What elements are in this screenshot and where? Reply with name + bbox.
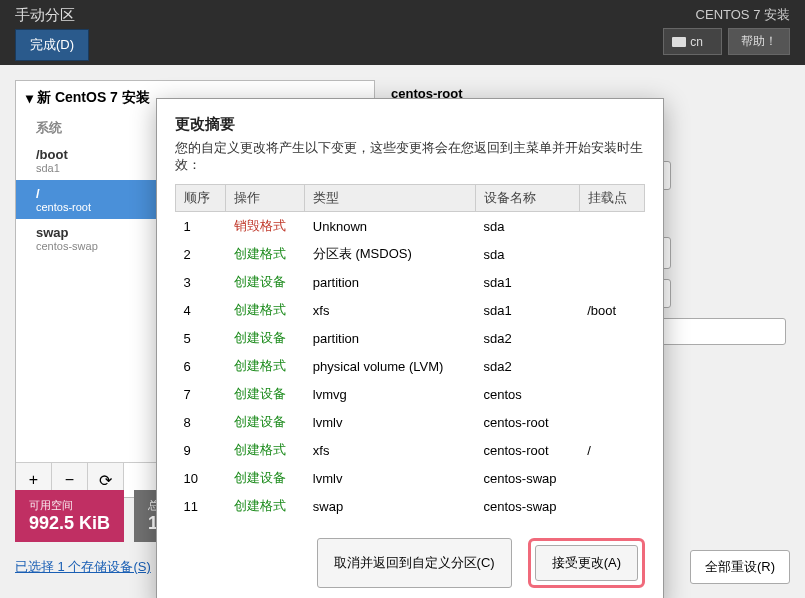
cell-device: centos (476, 380, 580, 408)
cell-operation: 创建格式 (226, 492, 305, 520)
cell-order: 1 (176, 212, 226, 241)
table-row[interactable]: 6创建格式physical volume (LVM)sda2 (176, 352, 645, 380)
cell-operation: 创建格式 (226, 436, 305, 464)
cell-type: xfs (305, 436, 476, 464)
col-device[interactable]: 设备名称 (476, 185, 580, 212)
cell-type: 分区表 (MSDOS) (305, 240, 476, 268)
cell-mountpoint (579, 408, 644, 436)
cell-mountpoint: /boot (579, 296, 644, 324)
accept-changes-button[interactable]: 接受更改(A) (535, 545, 638, 581)
cell-type: physical volume (LVM) (305, 352, 476, 380)
cell-type: lvmlv (305, 464, 476, 492)
cell-operation: 创建设备 (226, 380, 305, 408)
cell-order: 9 (176, 436, 226, 464)
col-operation[interactable]: 操作 (226, 185, 305, 212)
cell-type: Unknown (305, 212, 476, 241)
cell-operation: 创建格式 (226, 296, 305, 324)
cell-device: sda (476, 240, 580, 268)
summary-dialog: 更改摘要 您的自定义更改将产生以下变更，这些变更将会在您返回到主菜单并开始安装时… (156, 98, 664, 598)
cell-device: centos-root (476, 436, 580, 464)
col-type[interactable]: 类型 (305, 185, 476, 212)
col-mountpoint[interactable]: 挂载点 (579, 185, 644, 212)
cell-mountpoint (579, 268, 644, 296)
cell-operation: 创建设备 (226, 408, 305, 436)
table-row[interactable]: 2创建格式分区表 (MSDOS)sda (176, 240, 645, 268)
cell-operation: 创建设备 (226, 268, 305, 296)
cell-device: sda2 (476, 324, 580, 352)
cell-order: 2 (176, 240, 226, 268)
cancel-button[interactable]: 取消并返回到自定义分区(C) (317, 538, 512, 588)
cell-mountpoint (579, 240, 644, 268)
cell-order: 3 (176, 268, 226, 296)
cell-device: sda2 (476, 352, 580, 380)
dialog-title: 更改摘要 (175, 115, 645, 134)
cell-operation: 创建格式 (226, 240, 305, 268)
cell-order: 11 (176, 492, 226, 520)
cell-device: sda1 (476, 268, 580, 296)
cell-mountpoint (579, 464, 644, 492)
cell-device: centos-swap (476, 464, 580, 492)
cell-type: lvmlv (305, 408, 476, 436)
cell-type: partition (305, 268, 476, 296)
cell-device: sda (476, 212, 580, 241)
col-order[interactable]: 顺序 (176, 185, 226, 212)
cell-operation: 创建格式 (226, 352, 305, 380)
changes-table: 顺序 操作 类型 设备名称 挂载点 1销毁格式Unknownsda2创建格式分区… (175, 184, 645, 520)
table-row[interactable]: 9创建格式xfscentos-root/ (176, 436, 645, 464)
cell-order: 10 (176, 464, 226, 492)
cell-operation: 销毁格式 (226, 212, 305, 241)
cell-operation: 创建设备 (226, 464, 305, 492)
cell-device: centos-root (476, 408, 580, 436)
cell-type: xfs (305, 296, 476, 324)
cell-mountpoint (579, 212, 644, 241)
cell-device: sda1 (476, 296, 580, 324)
cell-order: 7 (176, 380, 226, 408)
cell-order: 5 (176, 324, 226, 352)
table-row[interactable]: 3创建设备partitionsda1 (176, 268, 645, 296)
cell-type: partition (305, 324, 476, 352)
cell-device: centos-swap (476, 492, 580, 520)
table-row[interactable]: 11创建格式swapcentos-swap (176, 492, 645, 520)
cell-mountpoint: / (579, 436, 644, 464)
cell-order: 4 (176, 296, 226, 324)
table-row[interactable]: 7创建设备lvmvgcentos (176, 380, 645, 408)
table-row[interactable]: 4创建格式xfssda1/boot (176, 296, 645, 324)
table-row[interactable]: 10创建设备lvmlvcentos-swap (176, 464, 645, 492)
table-row[interactable]: 8创建设备lvmlvcentos-root (176, 408, 645, 436)
cell-type: lvmvg (305, 380, 476, 408)
cell-mountpoint (579, 324, 644, 352)
table-row[interactable]: 5创建设备partitionsda2 (176, 324, 645, 352)
cell-mountpoint (579, 492, 644, 520)
dialog-description: 您的自定义更改将产生以下变更，这些变更将会在您返回到主菜单并开始安装时生效： (175, 140, 645, 174)
cell-order: 6 (176, 352, 226, 380)
cell-operation: 创建设备 (226, 324, 305, 352)
cell-mountpoint (579, 380, 644, 408)
cell-order: 8 (176, 408, 226, 436)
table-row[interactable]: 1销毁格式Unknownsda (176, 212, 645, 241)
cell-mountpoint (579, 352, 644, 380)
cell-type: swap (305, 492, 476, 520)
